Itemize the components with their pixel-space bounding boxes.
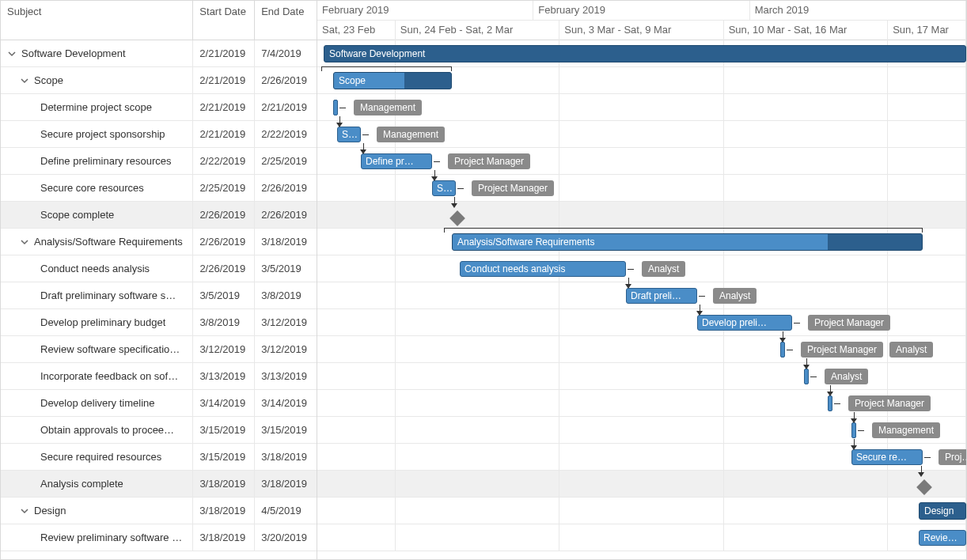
- expand-toggle-icon[interactable]: [20, 76, 29, 85]
- task-start-date: 3/18/2019: [193, 524, 255, 551]
- task-start-date: 2/25/2019: [193, 175, 255, 201]
- task-row[interactable]: Incorporate feedback on sof…3/13/20193/1…: [1, 363, 317, 390]
- timeline-row: Analyst: [317, 363, 966, 390]
- gantt-summary-bar[interactable]: Scope: [333, 72, 452, 89]
- task-row[interactable]: Conduct needs analysis2/26/20193/5/2019: [1, 255, 317, 282]
- task-row[interactable]: Secure core resources2/25/20192/26/2019: [1, 175, 317, 202]
- timeline-header-week: Sun, 17 Mar: [888, 21, 966, 40]
- bar-label: Revie…: [923, 532, 958, 543]
- task-row[interactable]: Draft preliminary software s…3/5/20193/8…: [1, 282, 317, 309]
- expand-toggle-icon[interactable]: [20, 506, 29, 516]
- gantt-summary-bar[interactable]: Software Development: [324, 45, 966, 62]
- task-end-date: 3/20/2019: [255, 524, 317, 551]
- bar-label: Secure re…: [856, 452, 907, 463]
- gantt-task-bar[interactable]: [333, 100, 338, 115]
- task-start-date: 3/5/2019: [193, 282, 255, 308]
- task-start-date: 2/21/2019: [193, 121, 255, 147]
- milestone-icon[interactable]: [449, 210, 465, 226]
- gantt-task-bar[interactable]: Conduct needs analysis: [460, 261, 626, 277]
- milestone-icon[interactable]: [916, 479, 932, 495]
- gantt-summary-bar[interactable]: Analysis/Software Requirements: [452, 233, 923, 251]
- task-row[interactable]: Determine project scope2/21/20192/21/201…: [1, 94, 317, 121]
- task-row[interactable]: Review preliminary software …3/18/20193/…: [1, 524, 317, 551]
- timeline-header-week: Sun, 24 Feb - Sat, 2 Mar: [396, 21, 559, 40]
- task-end-date: 2/21/2019: [255, 94, 317, 120]
- task-subject: Incorporate feedback on sof…: [40, 370, 178, 382]
- gantt-task-bar[interactable]: [851, 422, 856, 438]
- resource-tag: Project Manager: [448, 153, 530, 169]
- task-row[interactable]: Analysis/Software Requirements2/26/20193…: [1, 229, 317, 255]
- task-end-date: 2/25/2019: [255, 148, 317, 174]
- bar-label: Conduct needs analysis: [465, 263, 565, 274]
- timeline-header-month: March 2019: [750, 1, 966, 20]
- gantt-task-bar[interactable]: Secure re…: [851, 449, 923, 465]
- column-header-start[interactable]: Start Date: [193, 1, 255, 40]
- resource-tag: Project Manager: [472, 180, 554, 196]
- timeline-row: Scope: [317, 67, 966, 94]
- resource-tag: Management: [354, 100, 422, 115]
- task-end-date: 3/18/2019: [255, 444, 317, 470]
- task-start-date: 2/22/2019: [193, 148, 255, 174]
- task-start-date: 2/21/2019: [193, 94, 255, 120]
- column-header-end[interactable]: End Date: [255, 1, 317, 40]
- gantt-summary-bar[interactable]: Design: [919, 502, 966, 520]
- timeline-row: Revie…: [317, 524, 966, 551]
- task-row[interactable]: Software Development2/21/20197/4/2019: [1, 40, 317, 67]
- gantt-task-bar[interactable]: Define pr…: [361, 153, 432, 169]
- timeline-header-week: Sat, 23 Feb: [317, 21, 396, 40]
- task-row[interactable]: Analysis complete3/18/20193/18/2019: [1, 471, 317, 498]
- task-row[interactable]: Define preliminary resources2/22/20192/2…: [1, 148, 317, 175]
- task-subject: Review software specificatio…: [40, 343, 180, 355]
- timeline-row: Management: [317, 417, 966, 444]
- gantt-task-bar[interactable]: [780, 342, 785, 358]
- task-end-date: 3/5/2019: [255, 255, 317, 282]
- bar-label: Software Development: [329, 48, 425, 59]
- task-row[interactable]: Review software specificatio…3/12/20193/…: [1, 336, 317, 363]
- timeline-row: Project Manager: [317, 390, 966, 417]
- timeline-row: Conduct needs analysisAnalyst: [317, 255, 966, 282]
- task-subject: Review preliminary software …: [40, 532, 182, 543]
- task-subject: Secure project sponsorship: [40, 128, 165, 140]
- task-row[interactable]: Secure required resources3/15/20193/18/2…: [1, 444, 317, 471]
- gantt-task-bar[interactable]: S…: [337, 127, 361, 142]
- timeline-row: Management: [317, 94, 966, 121]
- bar-label: S…: [342, 129, 358, 140]
- bar-label: Scope: [339, 75, 366, 86]
- gantt-task-bar[interactable]: S…: [432, 180, 456, 196]
- gantt-task-bar[interactable]: Develop preli…: [697, 315, 792, 331]
- column-header-subject[interactable]: Subject: [1, 1, 193, 40]
- task-row[interactable]: Secure project sponsorship2/21/20192/22/…: [1, 121, 317, 148]
- gantt-task-bar[interactable]: [804, 369, 809, 384]
- expand-toggle-icon[interactable]: [20, 237, 29, 247]
- task-subject: Design: [34, 505, 66, 516]
- task-subject: Develop preliminary budget: [40, 316, 165, 328]
- task-subject: Secure required resources: [40, 451, 161, 463]
- timeline-row: Draft preli…Analyst: [317, 282, 966, 309]
- task-start-date: 3/15/2019: [193, 417, 255, 443]
- expand-toggle-icon[interactable]: [7, 49, 17, 59]
- bar-label: Analysis/Software Requirements: [457, 236, 594, 248]
- task-subject: Define preliminary resources: [40, 155, 171, 167]
- timeline-row: [317, 202, 966, 229]
- task-row[interactable]: Scope complete2/26/20192/26/2019: [1, 202, 317, 229]
- gantt-task-bar[interactable]: Revie…: [919, 530, 966, 546]
- task-row[interactable]: Obtain approvals to procee…3/15/20193/15…: [1, 417, 317, 444]
- bar-label: Design: [924, 505, 954, 516]
- resource-tag: Project Manager: [848, 395, 931, 411]
- task-start-date: 3/15/2019: [193, 444, 255, 470]
- task-row[interactable]: Develop delivery timeline3/14/20193/14/2…: [1, 390, 317, 417]
- task-start-date: 2/21/2019: [193, 67, 255, 93]
- resource-tag: Analyst: [713, 288, 757, 304]
- gantt-task-bar[interactable]: [828, 395, 832, 411]
- task-subject: Determine project scope: [40, 101, 152, 113]
- task-row[interactable]: Scope2/21/20192/26/2019: [1, 67, 317, 94]
- task-start-date: 3/13/2019: [193, 363, 255, 389]
- bar-label: S…: [437, 183, 453, 194]
- task-subject: Develop delivery timeline: [40, 397, 155, 409]
- task-end-date: 3/14/2019: [255, 390, 317, 416]
- task-subject: Scope complete: [40, 209, 114, 221]
- gantt-task-bar[interactable]: Draft preli…: [626, 288, 697, 304]
- task-row[interactable]: Design3/18/20194/5/2019: [1, 498, 317, 524]
- bar-label: Define pr…: [366, 156, 414, 167]
- task-row[interactable]: Develop preliminary budget3/8/20193/12/2…: [1, 309, 317, 336]
